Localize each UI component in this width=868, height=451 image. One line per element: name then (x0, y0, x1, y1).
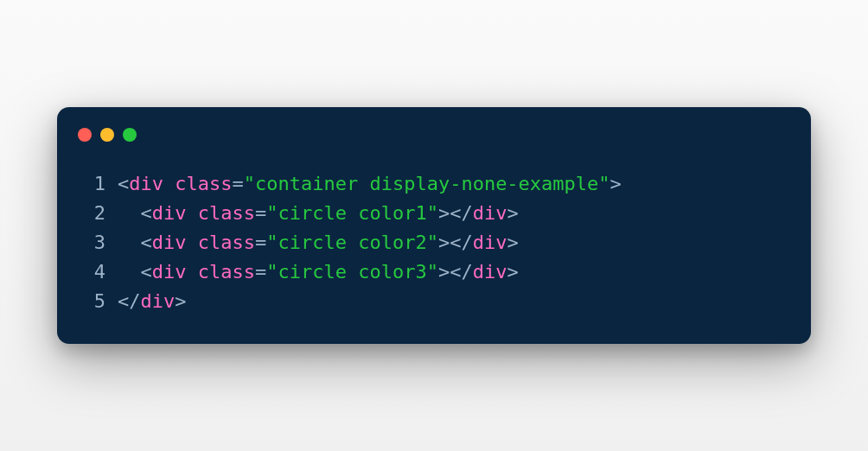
token-tag: div (152, 232, 187, 253)
token-punct: ></ (438, 261, 473, 283)
code-content: <div class="circle color3"></div> (118, 257, 519, 287)
token-attr: class (198, 261, 255, 283)
token-punct: ></ (438, 232, 473, 253)
token-str: "circle color1" (266, 202, 438, 224)
token-eq: = (255, 232, 266, 253)
token-str: "container display-none-example" (244, 173, 610, 194)
code-line: 4 <div class="circle color3"></div> (81, 257, 787, 287)
token-punct: </ (118, 290, 141, 312)
token-tag: div (473, 261, 507, 283)
code-content: </div> (118, 287, 187, 316)
token-str: "circle color3" (266, 261, 438, 283)
token-eq: = (255, 202, 266, 224)
token-attr: class (175, 173, 232, 194)
token-punct: < (141, 261, 152, 283)
line-number: 4 (81, 257, 105, 287)
minimize-icon[interactable] (100, 128, 114, 142)
code-editor: 1<div class="container display-none-exam… (57, 162, 811, 316)
code-content: <div class="circle color2"></div> (118, 228, 519, 257)
token-tag: div (141, 290, 176, 312)
token-punct: ></ (438, 202, 473, 224)
token-punct: > (507, 261, 518, 283)
maximize-icon[interactable] (123, 128, 137, 142)
token-punct (187, 261, 198, 283)
code-line: 1<div class="container display-none-exam… (81, 169, 787, 199)
line-number: 1 (81, 169, 105, 199)
code-window: 1<div class="container display-none-exam… (57, 107, 811, 344)
token-attr: class (198, 202, 255, 224)
code-line: 5</div> (81, 287, 787, 316)
token-tag: div (129, 173, 163, 194)
token-punct (163, 173, 175, 194)
line-number: 5 (81, 287, 105, 316)
token-attr: class (198, 232, 255, 253)
code-content: <div class="circle color1"></div> (118, 199, 519, 228)
code-line: 3 <div class="circle color2"></div> (81, 228, 787, 257)
token-punct: > (507, 232, 518, 253)
token-eq: = (232, 173, 243, 194)
code-line: 2 <div class="circle color1"></div> (81, 199, 787, 228)
close-icon[interactable] (78, 128, 92, 142)
token-str: "circle color2" (266, 232, 438, 253)
token-tag: div (152, 202, 187, 224)
token-tag: div (473, 232, 507, 253)
token-punct: > (175, 290, 186, 312)
token-punct (187, 232, 198, 253)
line-number: 2 (81, 199, 105, 228)
token-punct: < (141, 232, 152, 253)
token-punct: < (118, 173, 129, 194)
token-punct: < (141, 202, 152, 224)
token-eq: = (255, 261, 266, 283)
token-punct: > (610, 173, 622, 194)
token-punct: > (507, 202, 518, 224)
code-content: <div class="container display-none-examp… (118, 169, 622, 199)
window-titlebar (57, 128, 811, 162)
token-punct (187, 202, 198, 224)
token-tag: div (473, 202, 507, 224)
line-number: 3 (81, 228, 105, 257)
token-tag: div (152, 261, 187, 283)
